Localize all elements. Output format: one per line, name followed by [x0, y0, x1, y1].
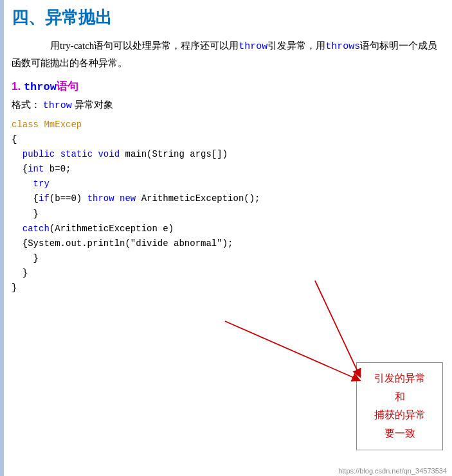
code-line-10: } — [12, 251, 440, 266]
format-rest: 异常对象 — [72, 100, 113, 110]
keyword-throw: throw — [239, 41, 267, 52]
code-line-3: public static void main(String args[]) — [12, 147, 440, 162]
section-title: 四、异常抛出 — [12, 6, 440, 29]
sub-title-kw: throw — [24, 81, 57, 93]
intro-text-mid: 引发异常，用 — [267, 40, 325, 51]
code-block: class MmExcep { public static void main(… — [12, 118, 440, 295]
code-line-1: class MmExcep — [12, 118, 440, 132]
keyword-throws: throws — [325, 41, 360, 52]
annotation-line1: 引发的异常 — [374, 373, 426, 383]
format-kw-throw: throw — [43, 100, 72, 111]
page-container: 四、异常抛出 用try-catch语句可以处理异常，程序还可以用throw引发异… — [0, 0, 452, 476]
format-label: 格式： — [12, 100, 43, 110]
annotation-line3: 捕获的异常 — [374, 409, 426, 420]
sub-title-throw: 1. throw语句 — [12, 79, 440, 94]
svg-line-2 — [225, 321, 357, 379]
code-line-2: { — [12, 132, 440, 147]
sub-title-number: 1. — [12, 80, 24, 93]
code-line-4: {int b=0; — [12, 162, 440, 177]
code-line-7: } — [12, 207, 440, 222]
code-line-5: try — [12, 177, 440, 191]
code-line-9: {System.out.println("divide abnormal"); — [12, 236, 440, 251]
code-line-11: } — [12, 266, 440, 281]
annotation-line2: 和 — [395, 391, 405, 402]
code-line-6: {if(b==0) throw new ArithmeticException(… — [12, 191, 440, 206]
annotation-line4: 要一致 — [384, 428, 415, 439]
left-border — [0, 0, 4, 476]
intro-text-before-throw: 用try-catch语句可以处理异常，程序还可以用 — [31, 40, 239, 51]
intro-paragraph: 用try-catch语句可以处理异常，程序还可以用throw引发异常，用thro… — [12, 38, 440, 71]
code-line-12: } — [12, 281, 440, 295]
annotation-box: 引发的异常 和 捕获的异常 要一致 — [356, 362, 443, 450]
format-line: 格式： throw 异常对象 — [12, 99, 440, 111]
sub-title-label: 语句 — [57, 80, 78, 93]
code-line-8: catch(ArithmeticException e) — [12, 222, 440, 236]
watermark: https://blog.csdn.net/qn_34573534 — [338, 467, 447, 475]
